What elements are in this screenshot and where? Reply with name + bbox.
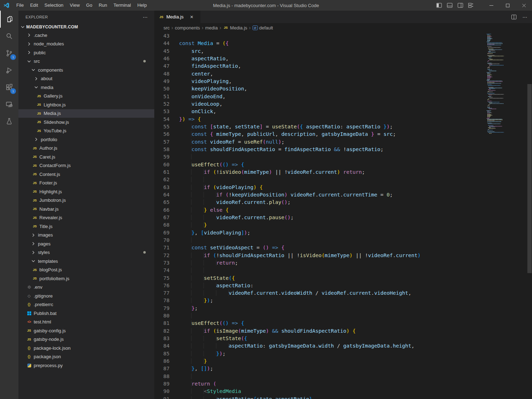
- code-line[interactable]: 79 };: [154, 305, 532, 312]
- code-line[interactable]: 46 aspectRatio,: [154, 55, 532, 62]
- breadcrumb-components[interactable]: components: [175, 25, 200, 31]
- code-line[interactable]: 65 videoRef.current.play();: [154, 199, 532, 206]
- tree-item-styles[interactable]: styles: [18, 248, 154, 257]
- breadcrumb-src[interactable]: src: [164, 25, 170, 31]
- code-line[interactable]: 60 useEffect(() => {: [154, 161, 532, 168]
- tree-item-Jumbotron.js[interactable]: JSJumbotron.js: [18, 196, 154, 205]
- scrollbar-slider[interactable]: [527, 84, 532, 273]
- code-line[interactable]: 49 videoPlaying,: [154, 78, 532, 85]
- code-line[interactable]: 76 aspectRatio:: [154, 282, 532, 289]
- tree-item-templates[interactable]: templates: [18, 257, 154, 266]
- menu-selection[interactable]: Selection: [41, 0, 66, 11]
- code-line[interactable]: 74: [154, 267, 532, 274]
- tree-item-.gitignore[interactable]: ◇.gitignore: [18, 292, 154, 300]
- code-line[interactable]: 88: [154, 373, 532, 380]
- code-line[interactable]: 55 const [state, setState] = useState({ …: [154, 123, 532, 131]
- minimize-button[interactable]: [483, 0, 499, 11]
- tab-media-js[interactable]: JS Media.js ✕: [154, 11, 200, 23]
- breadcrumb-media.js[interactable]: JSMedia.js: [223, 25, 247, 31]
- code-line[interactable]: 78 });: [154, 297, 532, 304]
- customize-layout-icon[interactable]: [468, 2, 474, 8]
- tree-item-.env[interactable]: .env: [18, 283, 154, 292]
- tree-item-test.html[interactable]: <>test.html: [18, 318, 154, 327]
- tree-item-Caret.js[interactable]: JSCaret.js: [18, 153, 154, 161]
- tree-item-Revealer.js[interactable]: JSRevealer.js: [18, 214, 154, 222]
- minimap[interactable]: [487, 33, 526, 399]
- search-icon[interactable]: [0, 28, 18, 45]
- code-line[interactable]: 66 } else {: [154, 206, 532, 214]
- menu-file[interactable]: File: [13, 0, 27, 11]
- code-line[interactable]: 67 videoRef.current.pause();: [154, 214, 532, 221]
- tree-item-gatsby-config.js[interactable]: JSgatsby-config.js: [18, 326, 154, 335]
- breadcrumb-media[interactable]: media: [205, 25, 218, 31]
- code-line[interactable]: 64 if (!keepVideoPosition) videoRef.curr…: [154, 191, 532, 199]
- code-area[interactable]: 4344const Media = ({45 src,46 aspectRati…: [154, 32, 532, 399]
- menu-help[interactable]: Help: [134, 0, 150, 11]
- remote-explorer-icon[interactable]: [0, 96, 18, 113]
- tree-item-ContactForm.js[interactable]: JSContactForm.js: [18, 161, 154, 170]
- menu-run[interactable]: Run: [95, 0, 110, 11]
- code-line[interactable]: 43: [154, 32, 532, 40]
- code-line[interactable]: 90 <StyledMedia: [154, 388, 532, 395]
- tree-item-Gallery.js[interactable]: JSGallery.js: [18, 92, 154, 101]
- code-line[interactable]: 84 aspectRatio: gatsbyImageData.width / …: [154, 342, 532, 350]
- tree-item-blogPost.js[interactable]: JSblogPost.js: [18, 266, 154, 275]
- code-line[interactable]: 45 src,: [154, 48, 532, 55]
- tree-item-package-lock.json[interactable]: {}package-lock.json: [18, 344, 154, 353]
- tree-item-node_modules[interactable]: node_modules: [18, 40, 154, 49]
- maximize-button[interactable]: [499, 0, 516, 11]
- code-line[interactable]: 63 if (videoPlaying) {: [154, 184, 532, 191]
- code-line[interactable]: 83 setState({: [154, 335, 532, 342]
- tree-item-about[interactable]: about: [18, 74, 154, 83]
- code-line[interactable]: 77 videoRef.current.videoWidth / videoRe…: [154, 289, 532, 297]
- code-line[interactable]: 69 }, [videoPlaying]);: [154, 229, 532, 237]
- menu-go[interactable]: Go: [83, 0, 95, 11]
- testing-icon[interactable]: [0, 113, 18, 130]
- tree-item-portfolio[interactable]: portfolio: [18, 135, 154, 144]
- code-line[interactable]: 80: [154, 312, 532, 320]
- code-line[interactable]: 59: [154, 153, 532, 161]
- tree-item-Title.js[interactable]: JSTitle.js: [18, 222, 154, 231]
- tree-item-Footer.js[interactable]: JSFooter.js: [18, 179, 154, 188]
- code-line[interactable]: 44const Media = ({: [154, 40, 532, 47]
- code-line[interactable]: 70: [154, 237, 532, 244]
- toggle-sidebar-icon[interactable]: [436, 2, 442, 8]
- breadcrumb-default[interactable]: @default: [253, 25, 273, 31]
- code-line[interactable]: 91 aspectRatio={state.aspectRatio}: [154, 395, 532, 399]
- code-line[interactable]: 71 const setVideoAspect = () => {: [154, 244, 532, 251]
- code-line[interactable]: 87 }, []);: [154, 365, 532, 372]
- code-line[interactable]: 52 videoLoop,: [154, 100, 532, 108]
- tree-item-Lightbox.js[interactable]: JSLightbox.js: [18, 100, 154, 109]
- menu-terminal[interactable]: Terminal: [110, 0, 134, 11]
- code-line[interactable]: 81 useEffect(() => {: [154, 320, 532, 327]
- tab-close-icon[interactable]: ✕: [188, 14, 195, 20]
- tree-item-Media.js[interactable]: JSMedia.js: [18, 109, 154, 118]
- run-debug-icon[interactable]: [0, 62, 18, 79]
- toggle-secondary-sidebar-icon[interactable]: [458, 2, 463, 8]
- code-line[interactable]: 75 setState({: [154, 275, 532, 282]
- tree-item-Highlight.js[interactable]: JSHighlight.js: [18, 187, 154, 196]
- tree-item-Navbar.js[interactable]: JSNavbar.js: [18, 205, 154, 214]
- code-line[interactable]: 62: [154, 176, 532, 183]
- tree-item-.cache[interactable]: .cache: [18, 31, 154, 40]
- explorer-icon[interactable]: [0, 11, 18, 28]
- code-line[interactable]: 53 onClick,: [154, 108, 532, 115]
- code-line[interactable]: 61 if (!isVideo(mimeType) || !videoRef.c…: [154, 168, 532, 176]
- tree-item-Content.js[interactable]: JSContent.js: [18, 170, 154, 179]
- menu-view[interactable]: View: [67, 0, 83, 11]
- code-line[interactable]: 73 return;: [154, 259, 532, 267]
- tree-item-media[interactable]: media: [18, 83, 154, 92]
- code-line[interactable]: 50 keepVideoPosition,: [154, 85, 532, 93]
- explorer-actions-button[interactable]: ⋯: [141, 13, 150, 21]
- tree-item-YouTube.js[interactable]: JSYouTube.js: [18, 127, 154, 135]
- code-line[interactable]: 68 }: [154, 221, 532, 229]
- tree-item-portfolioItem.js[interactable]: JSportfolioItem.js: [18, 274, 154, 283]
- tree-item-package.json[interactable]: {}package.json: [18, 353, 154, 361]
- editor-more-actions-icon[interactable]: ⋯: [522, 14, 528, 20]
- code-line[interactable]: 51 onVideoEnd,: [154, 93, 532, 100]
- tree-item-.prettierrc[interactable]: {}.prettierrc: [18, 300, 154, 309]
- code-line[interactable]: 56 const { mimeType, publicUrl, descript…: [154, 131, 532, 138]
- code-line[interactable]: 58 const shouldFindAspectRatio = findAsp…: [154, 146, 532, 153]
- tree-item-Publish.bat[interactable]: Publish.bat: [18, 309, 154, 318]
- tree-item-gatsby-node.js[interactable]: JSgatsby-node.js: [18, 335, 154, 344]
